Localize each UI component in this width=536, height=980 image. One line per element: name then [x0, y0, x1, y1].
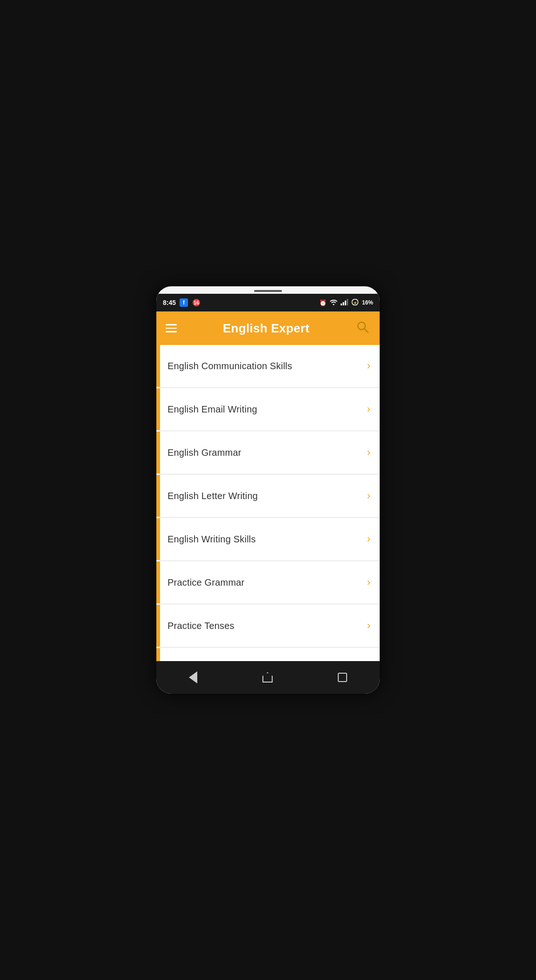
recents-button[interactable]: [327, 668, 358, 687]
menu-item-accent: [156, 388, 160, 430]
signal-icon: [341, 299, 348, 307]
chevron-right-icon: ›: [358, 654, 380, 661]
hamburger-button[interactable]: [164, 322, 179, 334]
app-bar: English Expert: [156, 311, 380, 345]
chevron-right-icon: ›: [358, 480, 380, 511]
menu-item-practice-grammar[interactable]: Practice Grammar ›: [156, 561, 380, 603]
menu-item-label: English Email Writing: [160, 391, 358, 428]
menu-item-label: English Writing Skills: [160, 521, 358, 558]
menu-item-label: Resume Preparation: [160, 651, 358, 662]
svg-rect-2: [345, 300, 346, 305]
notch: [254, 290, 282, 292]
menu-item-label: English Letter Writing: [160, 478, 358, 514]
chevron-right-icon: ›: [358, 437, 380, 468]
menu-item-accent: [156, 475, 160, 517]
menu-item-accent: [156, 518, 160, 560]
recents-icon: [338, 673, 347, 682]
menu-list: English Communication Skills › English E…: [156, 345, 380, 661]
menu-item-accent: [156, 648, 160, 661]
menu-item-label: Practice Grammar: [160, 564, 358, 601]
menu-item-accent: [156, 345, 160, 387]
menu-item-label: Practice Tenses: [160, 608, 358, 644]
svg-rect-1: [342, 302, 344, 305]
chevron-right-icon: ›: [358, 610, 380, 641]
svg-line-7: [364, 329, 368, 332]
status-right: ⏰: [319, 299, 373, 307]
menu-item-practice-tenses[interactable]: Practice Tenses ›: [156, 605, 380, 647]
search-button[interactable]: [354, 318, 372, 338]
svg-rect-0: [341, 304, 342, 305]
phone-frame: 8:45 f 16 ⏰: [156, 286, 380, 694]
chevron-right-icon: ›: [358, 524, 380, 554]
nav-bar: [156, 661, 380, 694]
status-bar: 8:45 f 16 ⏰: [156, 294, 380, 311]
chevron-right-icon: ›: [358, 351, 380, 381]
hamburger-line-3: [166, 331, 177, 332]
chevron-right-icon: ›: [358, 567, 380, 598]
alarm-icon: ⏰: [319, 299, 327, 306]
facebook-icon: f: [180, 298, 188, 307]
battery-percent: 16%: [362, 299, 373, 306]
phone-screen: 8:45 f 16 ⏰: [156, 286, 380, 694]
content-area: English Communication Skills › English E…: [156, 345, 380, 661]
menu-item-accent: [156, 605, 160, 647]
back-icon: [189, 671, 197, 683]
chevron-right-icon: ›: [358, 394, 380, 425]
svg-rect-3: [347, 299, 348, 305]
app-title: English Expert: [223, 321, 309, 336]
status-time: 8:45: [163, 299, 176, 306]
home-button[interactable]: [251, 668, 284, 687]
menu-item-english-writing[interactable]: English Writing Skills ›: [156, 518, 380, 560]
menu-item-english-email[interactable]: English Email Writing ›: [156, 388, 380, 430]
status-left: 8:45 f 16: [163, 298, 201, 307]
menu-item-english-communication[interactable]: English Communication Skills ›: [156, 345, 380, 387]
notification-badge: 16: [192, 298, 201, 307]
home-icon: [262, 672, 273, 683]
menu-item-label: English Grammar: [160, 434, 358, 471]
menu-item-accent: [156, 561, 160, 603]
menu-item-accent: [156, 432, 160, 473]
menu-item-resume-preparation[interactable]: Resume Preparation ›: [156, 648, 380, 661]
svg-text:⚡: ⚡: [353, 301, 357, 305]
menu-item-english-letter[interactable]: English Letter Writing ›: [156, 475, 380, 517]
hamburger-line-1: [166, 324, 177, 325]
menu-item-english-grammar[interactable]: English Grammar ›: [156, 432, 380, 473]
hamburger-line-2: [166, 328, 177, 329]
back-button[interactable]: [178, 667, 208, 688]
search-icon: [355, 320, 370, 335]
battery-icon: ⚡: [351, 299, 359, 307]
menu-item-label: English Communication Skills: [160, 348, 358, 385]
wifi-icon: [329, 299, 338, 307]
